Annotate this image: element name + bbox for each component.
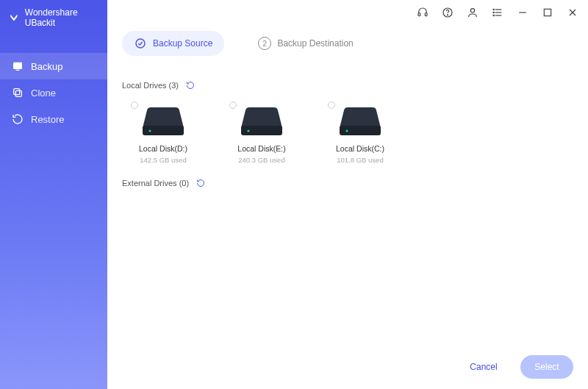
headset-icon[interactable] [416, 6, 429, 19]
svg-rect-2 [13, 63, 22, 69]
svg-rect-3 [15, 70, 19, 71]
drive-radio[interactable] [328, 101, 335, 109]
drive-radio[interactable] [229, 101, 237, 109]
main-panel: Backup Source 2 Backup Destination Local… [107, 0, 588, 389]
step-label: Backup Source [153, 38, 212, 49]
section-title: External Drives (0) [122, 179, 189, 188]
svg-rect-6 [418, 13, 420, 16]
backup-icon [12, 60, 24, 72]
app-root: Wondershare UBackit Backup Clone Restore [0, 0, 588, 389]
app-logo-icon [9, 12, 19, 24]
close-icon[interactable] [566, 6, 579, 19]
sidebar-nav: Backup Clone Restore [0, 53, 107, 132]
hard-drive-icon [240, 106, 284, 137]
hard-drive-icon [338, 106, 382, 137]
restore-icon [12, 113, 24, 125]
maximize-icon[interactable] [541, 6, 554, 19]
drive-used: 240.3 GB used [238, 156, 284, 164]
step-backup-destination[interactable]: 2 Backup Destination [246, 31, 365, 56]
drive-card[interactable]: Local Disk(C:) 101.8 GB used [326, 101, 394, 164]
local-drive-grid: Local Disk(D:) 142.5 GB used Local Disk(… [122, 101, 573, 164]
cancel-button[interactable]: Cancel [457, 355, 510, 379]
drive-used: 101.8 GB used [337, 156, 383, 164]
sidebar-item-label: Restore [31, 114, 65, 125]
svg-rect-5 [15, 90, 21, 96]
svg-point-10 [470, 9, 474, 13]
drive-name: Local Disk(D:) [139, 144, 187, 153]
svg-point-15 [493, 12, 494, 13]
sidebar-item-label: Clone [31, 88, 56, 99]
drive-card[interactable]: Local Disk(E:) 240.3 GB used [228, 101, 295, 164]
drive-name: Local Disk(E:) [237, 144, 285, 153]
refresh-icon[interactable] [186, 81, 195, 90]
titlebar [107, 0, 588, 25]
check-icon [134, 37, 147, 50]
help-icon[interactable] [441, 6, 454, 19]
sidebar-item-clone[interactable]: Clone [0, 79, 107, 106]
svg-point-21 [136, 39, 145, 48]
sidebar: Wondershare UBackit Backup Clone Restore [0, 0, 107, 389]
sidebar-item-restore[interactable]: Restore [0, 106, 107, 132]
sidebar-item-label: Backup [31, 61, 62, 72]
refresh-icon[interactable] [196, 179, 205, 188]
step-label: Backup Destination [277, 38, 353, 49]
step-number-badge: 2 [258, 37, 271, 50]
drive-radio[interactable] [131, 101, 138, 109]
wizard-steps: Backup Source 2 Backup Destination [107, 25, 588, 66]
minimize-icon[interactable] [516, 6, 529, 19]
clone-icon [12, 87, 24, 99]
sidebar-item-backup[interactable]: Backup [0, 53, 107, 79]
footer: Cancel Select [107, 345, 588, 389]
brand: Wondershare UBackit [0, 0, 107, 40]
section-title: Local Drives (3) [122, 81, 179, 90]
external-drives-header: External Drives (0) [122, 179, 573, 188]
svg-point-9 [447, 15, 448, 15]
svg-rect-18 [544, 9, 551, 15]
step-backup-source[interactable]: Backup Source [122, 31, 224, 56]
svg-point-14 [493, 9, 494, 10]
svg-rect-7 [425, 13, 427, 16]
menu-icon[interactable] [491, 6, 504, 19]
svg-rect-4 [14, 89, 20, 95]
drive-name: Local Disk(C:) [336, 144, 384, 153]
svg-point-16 [493, 15, 494, 15]
app-title: Wondershare UBackit [25, 7, 98, 28]
user-icon[interactable] [466, 6, 479, 19]
drive-used: 142.5 GB used [140, 156, 186, 164]
content-area: Local Drives (3) Local Disk(D:) 142.5 GB… [107, 66, 588, 345]
local-drives-header: Local Drives (3) [122, 81, 573, 90]
hard-drive-icon [141, 106, 185, 137]
select-button[interactable]: Select [520, 355, 573, 379]
drive-card[interactable]: Local Disk(D:) 142.5 GB used [129, 101, 197, 164]
